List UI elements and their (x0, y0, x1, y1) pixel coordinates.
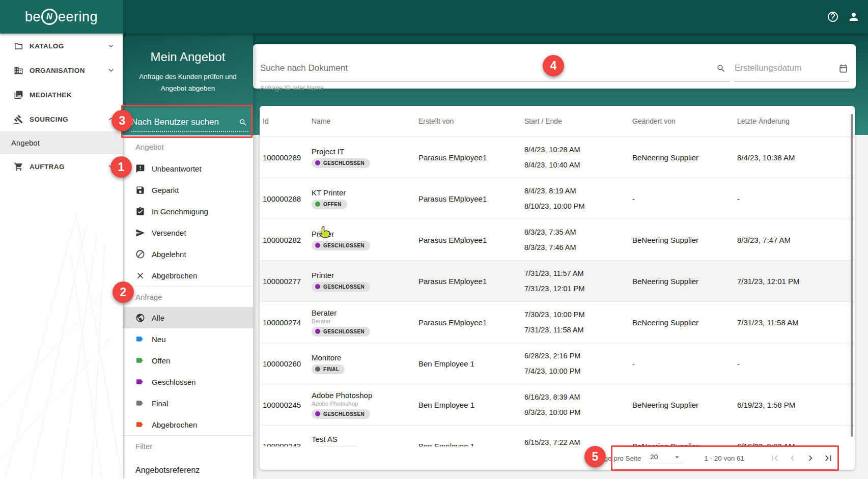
cell-last-change: - (737, 359, 855, 368)
annotation-badge-1: 1 (110, 156, 132, 178)
panel-item-geschlossen[interactable]: Geschlossen (123, 371, 253, 392)
vertical-scrollbar[interactable] (851, 114, 853, 437)
organisation-icon (14, 66, 23, 75)
table-row[interactable]: 100000289 Project IT GESCHLOSSEN Parasus… (260, 137, 855, 178)
main-content: Suche nach Dokument Anfrage ID oder Name… (253, 34, 868, 479)
user-search-bar[interactable]: Nach Benutzer suchen (123, 107, 253, 135)
cart-icon (14, 162, 23, 172)
tag-icon (135, 378, 144, 386)
panel-item-label: In Genehmigung (152, 207, 208, 216)
tag-icon (135, 335, 144, 343)
paginator-nav (768, 451, 835, 465)
cell-changed-by: BeNeering Supplier (632, 318, 737, 327)
logo-block[interactable]: be N eering (0, 0, 123, 34)
panel-item-geparkt[interactable]: Geparkt (123, 179, 253, 201)
search-icon[interactable] (716, 64, 726, 73)
sidebar-item-auftrag[interactable]: AUFTRAG (0, 154, 123, 179)
document-search-helper: Anfrage ID oder Name (260, 84, 324, 92)
status-badge: GESCHLOSSEN (312, 282, 370, 292)
panel-item-final[interactable]: Final (123, 392, 253, 414)
page-size-select[interactable]: 20 (648, 453, 683, 464)
cell-name: Monitore FINAL (312, 353, 418, 374)
help-icon[interactable] (827, 11, 839, 23)
row-name: Printer (312, 271, 334, 279)
panel-item-label: Abgebrochen (152, 271, 197, 280)
cell-start-end: 7/30/23, 10:00 PM 7/31/23, 11:58 AM (524, 311, 632, 334)
panel-item-abgebrochen-anfrage[interactable]: Abgebrochen (123, 414, 253, 435)
end-date: 8/4/23, 10:40 AM (524, 161, 632, 169)
panel-item-unbeantwortet[interactable]: Unbeantwortet (123, 158, 253, 179)
cell-id: 100000245 (263, 401, 312, 409)
panel-item-neu[interactable]: Neu (123, 328, 253, 350)
start-date: 8/4/23, 10:28 AM (524, 146, 632, 154)
sidebar-item-sourcing[interactable]: SOURCING (0, 107, 123, 131)
column-header[interactable]: Name (312, 117, 418, 125)
first-page-icon[interactable] (768, 451, 782, 465)
search-icon[interactable] (239, 118, 247, 127)
user-search-placeholder: Nach Benutzer suchen (131, 117, 239, 127)
cell-changed-by: BeNeering Supplier (632, 277, 737, 286)
panel-item-in-genehmigung[interactable]: In Genehmigung (123, 201, 253, 222)
paginator: Einträge pro Seite 20 1 - 20 von 61 (260, 446, 855, 470)
column-header[interactable]: Start / Ende (524, 117, 632, 125)
calendar-icon[interactable] (838, 64, 848, 73)
cell-last-change: - (737, 194, 855, 203)
sidebar-item-label: KATALOG (30, 42, 106, 50)
panel-item-alle[interactable]: Alle (123, 307, 253, 328)
user-search-field[interactable]: Nach Benutzer suchen (131, 117, 248, 132)
cell-changed-by: - (632, 194, 737, 203)
sidebar-item-organisation[interactable]: ORGANISATION (0, 58, 123, 82)
table-row[interactable]: 100000274 Berater Berater GESCHLOSSEN Pa… (260, 302, 855, 343)
start-date: 7/30/23, 10:00 PM (524, 311, 632, 319)
column-header[interactable]: Geändert von (632, 117, 737, 125)
last-page-icon[interactable] (821, 451, 835, 465)
table-row[interactable]: 100000288 KT Printer OFFEN Parasus EMplo… (260, 178, 855, 219)
status-dot-icon (315, 243, 320, 248)
panel-item-abgebrochen[interactable]: Abgebrochen (123, 265, 253, 286)
cell-created-by: Parasus EMployee1 (418, 277, 524, 286)
row-subtitle: Adobe Photoshop (312, 401, 358, 407)
tag-icon (135, 420, 144, 429)
panel-item-offen[interactable]: Offen (123, 350, 253, 371)
cell-last-change: 8/4/23, 10:38 AM (737, 153, 855, 162)
sidebar-item-angebot[interactable]: Angebot (0, 131, 123, 154)
column-header[interactable]: Erstellt von (418, 117, 524, 125)
panel-item-angebotsreferenz[interactable]: Angebotsreferenz (123, 460, 253, 479)
annotation-badge-3: 3 (111, 110, 133, 131)
previous-page-icon[interactable] (786, 451, 800, 465)
annotation-badge-4: 4 (543, 55, 564, 76)
results-table-card: Id Name Erstellt von Start / Ende Geände… (260, 106, 855, 470)
sidebar-item-katalog[interactable]: KATALOG (0, 34, 123, 58)
chevron-down-icon (106, 66, 116, 75)
cell-created-by: Parasus EMployee1 (418, 236, 524, 244)
cell-start-end: 6/16/23, 8:39 AM 8/3/23, 10:00 PM (524, 393, 632, 416)
cell-last-change: 8/3/23, 7:47 AM (737, 236, 855, 244)
next-page-icon[interactable] (803, 451, 818, 465)
angebot-panel: Mein Angebot Anfrage des Kunden prüfen u… (123, 34, 253, 479)
folder-icon (14, 41, 23, 51)
table-header-row: Id Name Erstellt von Start / Ende Geände… (260, 106, 855, 137)
tag-shape (136, 336, 143, 341)
user-icon[interactable] (848, 11, 860, 23)
table-row[interactable]: 100000282 Printer GESCHLOSSEN Parasus EM… (260, 219, 855, 261)
document-search-input[interactable]: Suche nach Dokument (260, 63, 348, 73)
table-row[interactable]: 100000277 Printer GESCHLOSSEN Parasus EM… (260, 261, 855, 302)
cell-start-end: 7/31/23, 11:57 AM 7/31/23, 12:01 PM (524, 269, 632, 293)
panel-item-label: Neu (152, 335, 166, 344)
sidebar-item-mediathek[interactable]: MEDIATHEK (0, 82, 123, 107)
status-dot-icon (315, 411, 320, 416)
panel-item-label: Geschlossen (152, 378, 196, 386)
table-row[interactable]: 100000245 Adobe Photoshop Adobe Photosho… (260, 384, 855, 426)
input-underline (735, 81, 849, 81)
column-header[interactable]: Id (263, 117, 312, 125)
panel-item-label: Abgelehnt (152, 250, 186, 259)
column-header[interactable]: Letzte Änderung (737, 117, 855, 125)
sidebar-item-label: Angebot (11, 138, 40, 147)
creation-date-input[interactable]: Erstellungsdatum (735, 63, 801, 73)
panel-item-versendet[interactable]: Versendet (123, 222, 253, 243)
panel-item-abgelehnt[interactable]: Abgelehnt (123, 243, 253, 265)
cell-changed-by: - (632, 359, 737, 368)
cell-start-end: 6/28/23, 2:16 PM 7/4/23, 10:00 PM (524, 352, 632, 375)
page-range-label: 1 - 20 von 61 (704, 455, 744, 462)
table-row[interactable]: 100000260 Monitore FINAL Ben Employee 1 … (260, 343, 855, 384)
